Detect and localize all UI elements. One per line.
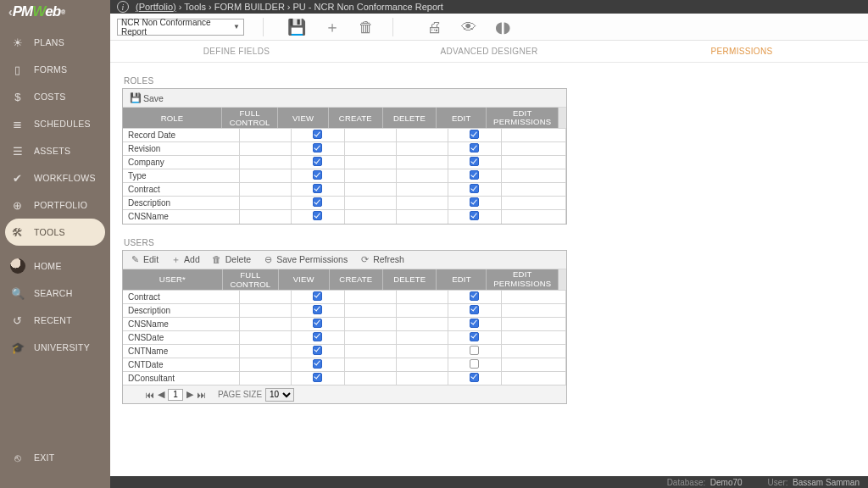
table-row[interactable]: Revision bbox=[123, 142, 566, 156]
cell-delete[interactable] bbox=[396, 344, 448, 358]
cell-editperm[interactable] bbox=[501, 358, 565, 371]
cell-view[interactable] bbox=[292, 183, 345, 197]
cell-delete[interactable] bbox=[396, 317, 448, 330]
cell-delete[interactable] bbox=[396, 290, 448, 303]
checkbox-unchecked-icon[interactable] bbox=[470, 359, 479, 369]
table-row[interactable]: CNTDate bbox=[123, 358, 566, 371]
cell-delete[interactable] bbox=[396, 142, 448, 156]
roles-save-button[interactable]: 💾Save bbox=[130, 92, 164, 103]
checkbox-checked-icon[interactable] bbox=[470, 291, 479, 301]
users-refresh-button[interactable]: ⟳Refresh bbox=[359, 254, 404, 265]
pager-page-input[interactable] bbox=[168, 389, 183, 401]
sidebar-item-assets[interactable]: ☰ASSETS bbox=[0, 137, 110, 164]
sidebar-item-university[interactable]: 🎓UNIVERSITY bbox=[0, 334, 110, 361]
delete-icon[interactable]: 🗑 bbox=[359, 19, 374, 35]
col-role[interactable]: ROLE bbox=[123, 108, 222, 128]
tab-define-fields[interactable]: DEFINE FIELDS bbox=[110, 41, 363, 62]
cell-full[interactable] bbox=[239, 169, 291, 183]
sidebar-item-search[interactable]: 🔍SEARCH bbox=[0, 280, 110, 307]
checkbox-checked-icon[interactable] bbox=[313, 291, 322, 301]
cell-create[interactable] bbox=[344, 290, 396, 303]
cell-editperm[interactable] bbox=[501, 290, 565, 303]
checkbox-checked-icon[interactable] bbox=[470, 332, 479, 341]
table-row[interactable]: CNSName bbox=[123, 210, 566, 224]
sidebar-item-costs[interactable]: $COSTS bbox=[0, 83, 110, 110]
tab-advanced-designer[interactable]: ADVANCED DESIGNER bbox=[363, 41, 615, 62]
table-row[interactable]: CNSName bbox=[123, 317, 566, 330]
cell-view[interactable] bbox=[292, 129, 345, 142]
checkbox-unchecked-icon[interactable] bbox=[470, 346, 479, 355]
cell-delete[interactable] bbox=[396, 156, 448, 169]
sidebar-item-schedules[interactable]: ≣SCHEDULES bbox=[0, 110, 110, 137]
cell-view[interactable] bbox=[291, 290, 344, 303]
col-edit-permissions[interactable]: EDIT PERMISSIONS bbox=[487, 269, 559, 290]
cell-editperm[interactable] bbox=[501, 183, 565, 197]
sidebar-item-recent[interactable]: ↺RECENT bbox=[0, 307, 110, 334]
cell-edit[interactable] bbox=[448, 358, 501, 371]
col-full-control[interactable]: FULL CONTROL bbox=[222, 269, 278, 290]
cell-view[interactable] bbox=[292, 210, 345, 224]
preview-icon[interactable]: 👁 bbox=[461, 19, 476, 35]
pager-prev-icon[interactable]: ◀ bbox=[158, 389, 164, 400]
checkbox-checked-icon[interactable] bbox=[313, 359, 322, 369]
cell-editperm[interactable] bbox=[501, 371, 565, 385]
cell-edit[interactable] bbox=[448, 210, 501, 224]
sidebar-item-home[interactable]: HOME bbox=[0, 252, 110, 280]
cell-create[interactable] bbox=[344, 183, 396, 197]
users-save-perm-button[interactable]: ⊖Save Permissions bbox=[263, 254, 348, 265]
checkbox-checked-icon[interactable] bbox=[470, 319, 479, 328]
add-icon[interactable]: ＋ bbox=[325, 19, 340, 35]
table-row[interactable]: Description bbox=[123, 303, 566, 317]
cell-create[interactable] bbox=[344, 330, 396, 344]
cell-create[interactable] bbox=[344, 210, 396, 224]
toggle-icon[interactable]: ◖◗ bbox=[495, 19, 510, 35]
sidebar-item-workflows[interactable]: ✔WORKFLOWS bbox=[0, 164, 110, 191]
cell-delete[interactable] bbox=[396, 330, 448, 344]
cell-editperm[interactable] bbox=[501, 317, 565, 330]
pager-pagesize-select[interactable]: 10 bbox=[265, 388, 294, 402]
cell-edit[interactable] bbox=[448, 317, 501, 330]
cell-full[interactable] bbox=[239, 129, 291, 142]
checkbox-checked-icon[interactable] bbox=[313, 319, 322, 328]
cell-full[interactable] bbox=[239, 303, 291, 317]
checkbox-checked-icon[interactable] bbox=[313, 305, 322, 314]
users-edit-button[interactable]: ✎Edit bbox=[130, 254, 159, 265]
cell-editperm[interactable] bbox=[501, 303, 565, 317]
checkbox-checked-icon[interactable] bbox=[470, 143, 479, 152]
print-icon[interactable]: 🖨 bbox=[427, 19, 442, 35]
col-edit[interactable]: EDIT bbox=[437, 108, 487, 128]
cell-view[interactable] bbox=[291, 330, 344, 344]
pager-first-icon[interactable]: ⏮ bbox=[145, 390, 154, 400]
cell-create[interactable] bbox=[344, 142, 396, 156]
cell-create[interactable] bbox=[344, 317, 396, 330]
cell-full[interactable] bbox=[239, 371, 291, 385]
col-view[interactable]: VIEW bbox=[278, 269, 329, 290]
cell-editperm[interactable] bbox=[501, 129, 565, 142]
cell-delete[interactable] bbox=[396, 169, 448, 183]
cell-editperm[interactable] bbox=[501, 142, 565, 156]
pager-last-icon[interactable]: ⏭ bbox=[197, 390, 206, 400]
col-view[interactable]: VIEW bbox=[278, 108, 329, 128]
cell-view[interactable] bbox=[291, 371, 344, 385]
cell-delete[interactable] bbox=[396, 210, 448, 224]
table-row[interactable]: Company bbox=[123, 156, 566, 169]
breadcrumb-seg[interactable]: Tools bbox=[184, 2, 206, 12]
pager-next-icon[interactable]: ▶ bbox=[186, 389, 193, 400]
col-delete[interactable]: DELETE bbox=[382, 108, 436, 128]
template-dropdown[interactable]: NCR Non Conformance Report ▼ bbox=[117, 19, 244, 36]
cell-create[interactable] bbox=[344, 303, 396, 317]
cell-edit[interactable] bbox=[448, 183, 501, 197]
checkbox-checked-icon[interactable] bbox=[470, 373, 479, 382]
info-icon[interactable]: i bbox=[117, 1, 129, 13]
cell-editperm[interactable] bbox=[501, 169, 565, 183]
cell-delete[interactable] bbox=[396, 197, 448, 210]
checkbox-checked-icon[interactable] bbox=[470, 211, 479, 220]
checkbox-checked-icon[interactable] bbox=[313, 130, 322, 139]
cell-edit[interactable] bbox=[448, 371, 501, 385]
checkbox-checked-icon[interactable] bbox=[313, 184, 322, 193]
cell-create[interactable] bbox=[344, 197, 396, 210]
cell-edit[interactable] bbox=[448, 129, 501, 142]
users-delete-button[interactable]: 🗑Delete bbox=[212, 254, 251, 264]
cell-view[interactable] bbox=[291, 344, 344, 358]
cell-edit[interactable] bbox=[448, 142, 501, 156]
